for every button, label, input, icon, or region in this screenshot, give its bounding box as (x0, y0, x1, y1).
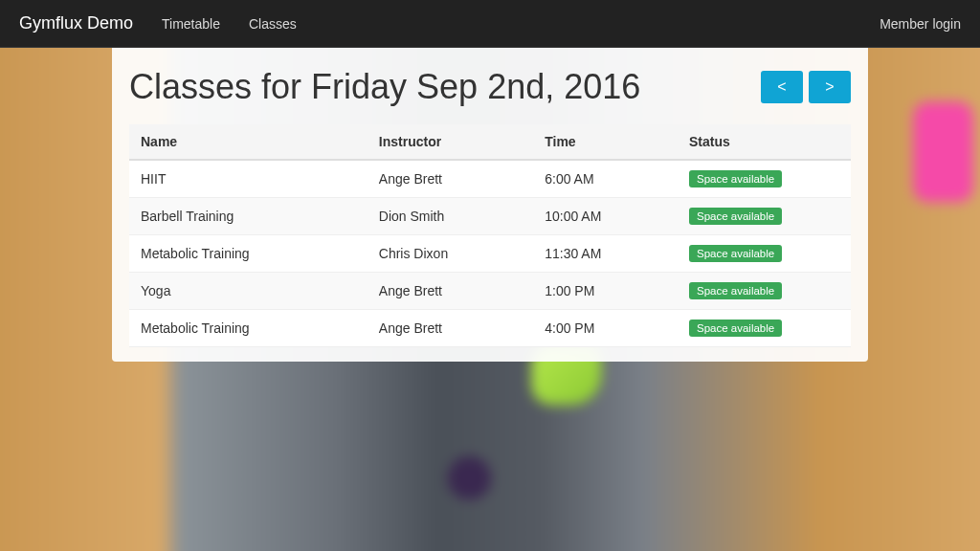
status-badge: Space available (689, 170, 782, 187)
member-login-link[interactable]: Member login (880, 16, 961, 32)
nav-links: Timetable Classes (147, 0, 880, 48)
table-header-row: Name Instructor Time Status (129, 124, 851, 160)
col-name: Name (129, 124, 368, 160)
date-nav-buttons: < > (761, 71, 851, 103)
table-row[interactable]: Barbell TrainingDion Smith10:00 AMSpace … (129, 198, 851, 235)
status-badge: Space available (689, 320, 782, 337)
table-row[interactable]: HIITAnge Brett6:00 AMSpace available (129, 160, 851, 198)
main-panel: Classes for Friday Sep 2nd, 2016 < > Nam… (112, 48, 868, 362)
cell-status: Space available (678, 273, 851, 310)
cell-status: Space available (678, 310, 851, 347)
page-title: Classes for Friday Sep 2nd, 2016 (129, 67, 761, 107)
col-status: Status (678, 124, 851, 160)
cell-status: Space available (678, 235, 851, 273)
cell-time: 4:00 PM (533, 310, 678, 347)
next-day-button[interactable]: > (809, 71, 851, 103)
prev-day-button[interactable]: < (761, 71, 803, 103)
cell-instructor: Dion Smith (368, 198, 533, 235)
status-badge: Space available (689, 245, 782, 262)
table-row[interactable]: YogaAnge Brett1:00 PMSpace available (129, 273, 851, 310)
cell-name: Metabolic Training (129, 310, 368, 347)
cell-instructor: Chris Dixon (368, 235, 533, 273)
cell-time: 11:30 AM (533, 235, 678, 273)
cell-time: 6:00 AM (533, 160, 678, 198)
status-badge: Space available (689, 282, 782, 299)
status-badge: Space available (689, 208, 782, 225)
navbar: Gymflux Demo Timetable Classes Member lo… (0, 0, 980, 48)
cell-name: HIIT (129, 160, 368, 198)
header-row: Classes for Friday Sep 2nd, 2016 < > (129, 67, 851, 107)
cell-status: Space available (678, 160, 851, 198)
col-time: Time (533, 124, 678, 160)
classes-table: Name Instructor Time Status HIITAnge Bre… (129, 124, 851, 347)
nav-timetable[interactable]: Timetable (147, 0, 234, 48)
nav-classes[interactable]: Classes (234, 0, 311, 48)
cell-name: Barbell Training (129, 198, 368, 235)
brand[interactable]: Gymflux Demo (19, 13, 147, 33)
table-row[interactable]: Metabolic TrainingChris Dixon11:30 AMSpa… (129, 235, 851, 273)
cell-name: Metabolic Training (129, 235, 368, 273)
col-instructor: Instructor (368, 124, 533, 160)
cell-time: 10:00 AM (533, 198, 678, 235)
cell-name: Yoga (129, 273, 368, 310)
cell-instructor: Ange Brett (368, 310, 533, 347)
cell-time: 1:00 PM (533, 273, 678, 310)
table-row[interactable]: Metabolic TrainingAnge Brett4:00 PMSpace… (129, 310, 851, 347)
cell-instructor: Ange Brett (368, 273, 533, 310)
cell-status: Space available (678, 198, 851, 235)
cell-instructor: Ange Brett (368, 160, 533, 198)
